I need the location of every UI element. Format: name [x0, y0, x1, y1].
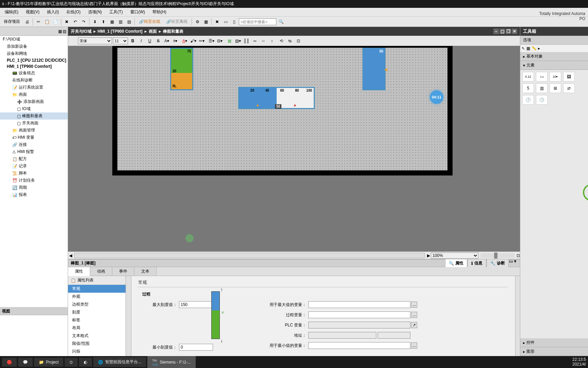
breadcrumb-root[interactable]: 开关与IO域: [71, 29, 92, 34]
taskbar-wechat[interactable]: 💬: [18, 358, 33, 367]
toolbox-graphics[interactable]: ▸ 图形: [520, 347, 588, 356]
tool-iofield[interactable]: 0.12: [522, 72, 534, 81]
mtab-properties[interactable]: 属性: [68, 267, 90, 276]
fit-icon[interactable]: ⊡: [517, 253, 520, 258]
prop-flash[interactable]: 闪烁: [68, 348, 126, 355]
input-max-scale[interactable]: [179, 301, 213, 308]
tree-screen-io[interactable]: ▢ IO域: [0, 105, 68, 112]
inspector-collapse-icon[interactable]: ▼: [513, 259, 517, 267]
tool-symbolic[interactable]: ⇄: [563, 83, 575, 93]
tree-hmi-tags[interactable]: 🏷 HMI 变量: [0, 134, 68, 141]
tree-scheduled[interactable]: ⏰ 计划任务: [0, 177, 68, 184]
bold-icon[interactable]: B: [129, 37, 136, 45]
tree-hmi[interactable]: HMI_1 [TP900 Comfort]: [0, 63, 68, 70]
tool-bar[interactable]: ▥: [536, 83, 548, 93]
underline-icon[interactable]: U: [146, 37, 153, 45]
tree-recipes[interactable]: 📋 配方: [0, 155, 68, 163]
taskbar-tia[interactable]: TIAV16 Siemens - F:\1-...: [147, 356, 196, 368]
align-icon[interactable]: ≡▾: [172, 37, 179, 45]
prop-limits[interactable]: 限值/范围: [68, 340, 126, 348]
split-h-icon[interactable]: ▭: [222, 18, 229, 26]
copy-icon[interactable]: 📋: [43, 18, 51, 26]
browse-process-var[interactable]: ...: [411, 312, 417, 318]
prop-general[interactable]: 常规: [68, 285, 126, 293]
taskbar-browser[interactable]: 🌐 智慧校园信息平台...: [93, 357, 146, 367]
menu-online[interactable]: 在线(O): [63, 8, 84, 16]
zoom-select[interactable]: 100%: [431, 252, 478, 259]
input-plc-var[interactable]: [308, 322, 410, 328]
distribute-v-icon[interactable]: ═: [251, 37, 259, 45]
textcolor-icon[interactable]: A▾: [181, 37, 189, 45]
minimize-icon[interactable]: –: [493, 29, 499, 34]
cut-icon[interactable]: ✂: [35, 18, 42, 26]
tree-cycles[interactable]: 🔄 周期: [0, 184, 68, 191]
tool-clock[interactable]: 🕒: [536, 95, 548, 105]
strike-icon[interactable]: S: [154, 37, 162, 45]
bar-gauge-horizontal[interactable]: 20 40 60 80 100 50 ▲ ▲: [238, 87, 315, 109]
tree-add-screen[interactable]: ➕ 添加新画面: [0, 98, 68, 105]
tree-add-device[interactable]: 添加新设备: [0, 43, 68, 50]
v-scrollbar[interactable]: [515, 276, 520, 363]
breadcrumb-device[interactable]: HMI_1 [TP900 Comfort]: [98, 29, 143, 34]
menu-edit[interactable]: 编辑(E): [1, 8, 22, 16]
italic-icon[interactable]: I: [137, 37, 145, 45]
tree-runtime-settings[interactable]: 📝 运行系统设置: [0, 84, 68, 91]
fontcolor-icon[interactable]: A▾: [163, 37, 170, 45]
menu-help[interactable]: 帮助(H): [149, 8, 170, 16]
print-icon[interactable]: 🖨: [23, 18, 31, 26]
search-icon[interactable]: 🔍: [277, 18, 285, 26]
mtab-events[interactable]: 事件: [112, 267, 134, 276]
bar-gauge-vertical-1[interactable]: 0L 20 75: [170, 48, 193, 90]
tree-view-icon[interactable]: ▦: [58, 29, 62, 34]
pointer-icon[interactable]: ↖: [522, 46, 525, 51]
save-project-button[interactable]: 保存项目: [1, 18, 22, 26]
font-select[interactable]: 宋体: [78, 37, 112, 44]
menu-insert[interactable]: 插入(I): [44, 8, 62, 16]
menu-options[interactable]: 选项(N): [85, 8, 105, 16]
taskbar-clock[interactable]: 22:13:5 2021/4/: [572, 357, 586, 366]
mtab-animation[interactable]: 动画: [90, 267, 112, 276]
toolbox-elements[interactable]: ▾ 元素: [520, 61, 588, 70]
input-min-scale[interactable]: [179, 344, 213, 351]
tree-device-config[interactable]: 📟 设备组态: [0, 70, 68, 77]
align-left-icon[interactable]: ☰▾: [208, 37, 215, 45]
upload-icon[interactable]: ⬆: [100, 18, 107, 26]
inspector-tab-info[interactable]: ℹ 信息: [468, 259, 486, 267]
project-tree[interactable]: F:\与IO域 添加新设备 设备和网络 PLC_1 [CPU 1212C DC/…: [0, 36, 68, 307]
prop-layout[interactable]: 布局: [68, 324, 126, 332]
tb-icon-2[interactable]: ▥: [117, 18, 124, 26]
tool-grid-icon[interactable]: ▦: [526, 46, 530, 51]
distribute-h-icon[interactable]: ║║: [243, 37, 250, 45]
input-max-var[interactable]: [308, 301, 410, 308]
inspector-tab-properties[interactable]: 🔍 属性: [445, 259, 467, 267]
tree-logs[interactable]: 📝 记录: [0, 163, 68, 170]
valign-icon[interactable]: ⊟▾: [216, 37, 224, 45]
tree-plc[interactable]: PLC_1 [CPU 1212C DC/DC/DC]: [0, 57, 68, 63]
tb-icon-5[interactable]: ▦: [202, 18, 210, 26]
taskbar-explorer[interactable]: 📁 Project: [34, 358, 63, 367]
browse-min-var[interactable]: ...: [411, 342, 417, 349]
fontsize-select[interactable]: 11: [113, 37, 128, 44]
canvas[interactable]: 0L 20 75 20 40 60 80 100 50 ▲ ▲: [68, 46, 520, 251]
tree-screen-bargraph[interactable]: ▢ 棒图和量表: [0, 112, 68, 120]
browse-max-var[interactable]: ...: [411, 302, 417, 308]
input-process-var[interactable]: [308, 311, 410, 318]
tool-ruler-icon[interactable]: 📏: [532, 46, 537, 51]
menu-tools[interactable]: 工具(T): [106, 8, 126, 16]
menu-window[interactable]: 窗口(W): [127, 8, 148, 16]
tree-devices-networks[interactable]: 设备和网络: [0, 50, 68, 57]
toolbox-options[interactable]: 选项: [520, 36, 588, 45]
group-icon[interactable]: ▦: [226, 37, 233, 45]
tool-gauge[interactable]: 🕐: [522, 95, 534, 105]
undo-icon[interactable]: ↶: [71, 18, 79, 26]
delete-icon[interactable]: ✖: [63, 18, 70, 26]
tree-online-diag[interactable]: 在线和诊断: [0, 77, 68, 84]
prop-scale[interactable]: 刻度: [68, 308, 126, 316]
goto-online-button[interactable]: 🔗 转至在线: [136, 18, 163, 26]
tree-screen-mgmt[interactable]: 📁 画面管理: [0, 127, 68, 134]
same-height-icon[interactable]: ↕: [268, 37, 276, 45]
tree-connections[interactable]: 🔗 连接: [0, 141, 68, 148]
breadcrumb-screens[interactable]: 画面: [149, 29, 157, 34]
inspector-layout-icon[interactable]: ▭: [509, 259, 513, 267]
tool-button[interactable]: ▭: [536, 72, 548, 81]
